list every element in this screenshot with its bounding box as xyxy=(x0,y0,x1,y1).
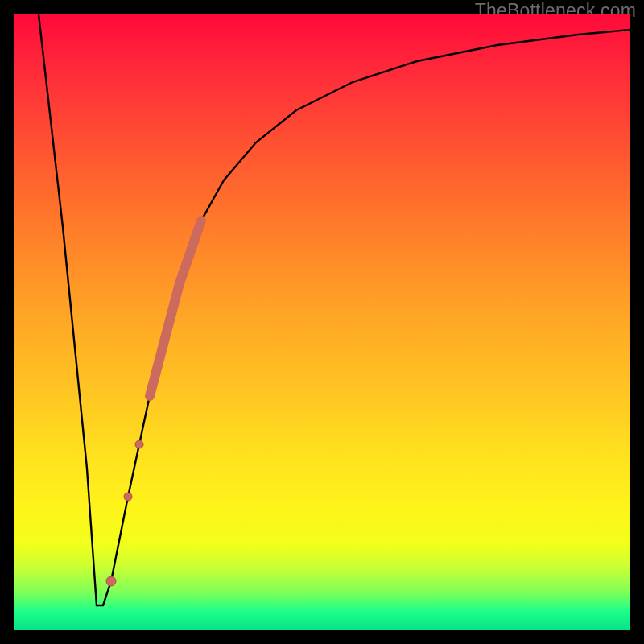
highlight-dot xyxy=(124,493,132,501)
highlight-markers xyxy=(106,440,143,586)
plot-area xyxy=(14,14,630,630)
highlight-dot xyxy=(106,576,116,586)
bottleneck-curve xyxy=(14,14,630,630)
chart-stage: TheBottleneck.com xyxy=(0,0,644,644)
highlight-thick-segment xyxy=(150,221,201,396)
curve-path xyxy=(39,14,630,605)
highlight-dot xyxy=(135,440,143,448)
